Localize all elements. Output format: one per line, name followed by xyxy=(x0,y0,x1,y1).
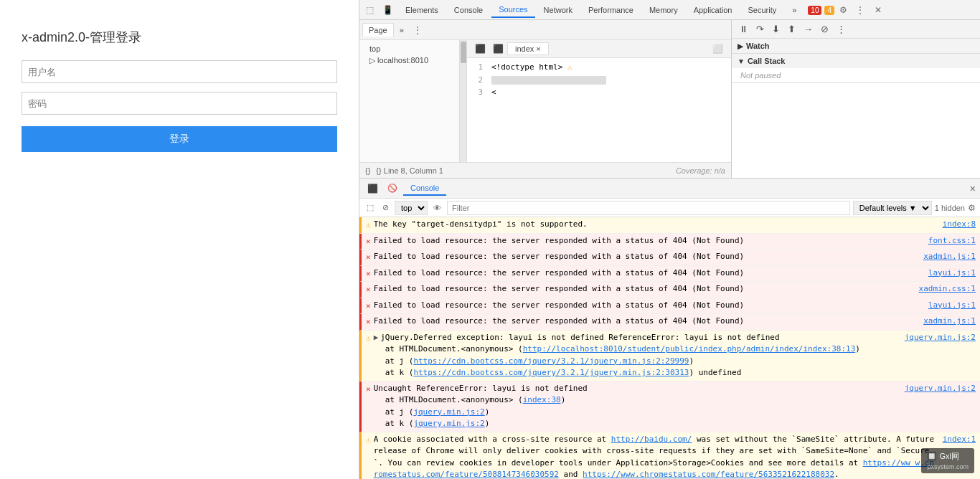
page-tab[interactable]: Page xyxy=(362,23,394,37)
console-gear-icon[interactable]: ⚙ xyxy=(968,203,976,213)
step-out-btn[interactable]: ⬆ xyxy=(785,22,798,36)
console-msg-1: ✕ Failed to load resource: the server re… xyxy=(359,234,980,250)
username-input[interactable] xyxy=(22,60,337,83)
console-expand-icon[interactable]: ⬛ xyxy=(364,182,382,195)
console-clear-btn[interactable]: 🚫 xyxy=(385,182,400,194)
msg-source-6[interactable]: xadmin.js:1 xyxy=(923,316,976,328)
link-7c[interactable]: https://cdn.bootcss.com/jquery/3.2.1/jqu… xyxy=(413,368,689,377)
tab-elements[interactable]: Elements xyxy=(398,3,446,17)
watch-arrow: ▶ xyxy=(738,42,743,50)
console-sidebar-icon[interactable]: ⬚ xyxy=(364,201,377,214)
pause-btn[interactable]: ⏸ xyxy=(736,22,751,36)
msg-source-8[interactable]: jquery.min.js:2 xyxy=(905,383,976,395)
error-count: 10 xyxy=(808,6,821,15)
code-forward-icon[interactable]: ⬛ xyxy=(489,42,507,55)
code-file-tab[interactable]: index × xyxy=(507,42,549,55)
link-8c[interactable]: jquery.min.js:2 xyxy=(413,419,484,428)
msg-source-9[interactable]: index:1 xyxy=(943,434,976,446)
sources-panel: Page » ⋮ top ▷ localhost:8010 ⬛ xyxy=(359,20,732,178)
devtools-more-icon[interactable]: ⋮ xyxy=(852,4,868,16)
console-msg-6: ✕ Failed to load resource: the server re… xyxy=(359,314,980,331)
tab-performance[interactable]: Performance xyxy=(581,3,641,17)
step-btn[interactable]: → xyxy=(801,22,816,36)
console-filter-input[interactable] xyxy=(447,201,850,215)
console-msg-3: ✕ Failed to load resource: the server re… xyxy=(359,266,980,283)
sources-subtabs: Page » ⋮ xyxy=(359,20,731,40)
msg-source-7[interactable]: jquery.min.js:2 xyxy=(905,332,976,344)
device-icon[interactable]: 📱 xyxy=(379,4,397,16)
tab-console-sub[interactable]: Console xyxy=(403,181,446,196)
tab-console[interactable]: Console xyxy=(447,3,490,17)
msg-source-1[interactable]: font.css:1 xyxy=(928,235,976,247)
code-back-icon[interactable]: ⬛ xyxy=(471,42,489,55)
error-icon-8: ✕ xyxy=(366,384,371,396)
baidu-link[interactable]: http://baidu.com/ xyxy=(611,435,692,444)
msg-source-5[interactable]: layui.js:1 xyxy=(928,300,976,312)
inspect-icon[interactable]: ⬚ xyxy=(362,4,377,16)
sources-more-tab[interactable]: » xyxy=(394,24,410,37)
error-count-badge: 10 xyxy=(808,6,821,14)
sources-options-icon[interactable]: ⋮ xyxy=(410,24,425,37)
console-context-select[interactable]: top xyxy=(395,201,428,215)
line-numbers: 1 2 3 xyxy=(467,61,487,99)
code-line-1: <!doctype html> ⚠ xyxy=(491,61,731,74)
console-msg-8: ✕ Uncaught ReferenceError: layui is not … xyxy=(359,381,980,432)
msg-source-3[interactable]: layui.js:1 xyxy=(928,267,976,280)
warning-icon-9: ⚠ xyxy=(366,435,371,447)
msg-source-2[interactable]: xadmin.js:1 xyxy=(923,251,976,263)
link-8a[interactable]: index:38 xyxy=(523,395,561,404)
msg-text-0: The key "target-densitydpi" is not suppo… xyxy=(374,219,937,231)
code-panel: ⬛ ⬛ index × ⬜ 1 2 3 <!doctype html> ⚠ xyxy=(467,40,731,162)
error-icon-6: ✕ xyxy=(366,316,371,328)
password-input[interactable] xyxy=(22,92,337,115)
code-expand-icon[interactable]: ⬜ xyxy=(709,42,727,55)
settings-icon[interactable]: ⚙ xyxy=(836,4,851,16)
tab-network[interactable]: Network xyxy=(537,3,580,17)
console-msg-7: ⚠ ▶ jQuery.Deferred exception: layui is … xyxy=(359,331,980,381)
tab-more[interactable]: » xyxy=(785,3,804,17)
msg-extra-7c: at k (https://cdn.bootcss.com/jquery/3.2… xyxy=(374,367,976,379)
error-icon-4: ✕ xyxy=(366,284,371,296)
expand-arrow-7[interactable]: ▶ xyxy=(374,332,379,344)
tab-security[interactable]: Security xyxy=(740,3,783,17)
msg-content-9: A cookie associated with a cross-site re… xyxy=(374,434,976,480)
file-tree-top[interactable]: top xyxy=(359,43,459,54)
more-debug-btn[interactable]: ⋮ xyxy=(834,22,849,36)
deactivate-btn[interactable]: ⊘ xyxy=(818,22,831,36)
msg-text-4: Failed to load resource: the server resp… xyxy=(374,283,913,295)
step-into-btn[interactable]: ⬇ xyxy=(769,22,783,36)
error-icon-5: ✕ xyxy=(366,300,371,313)
callstack-header[interactable]: ▼ Call Stack xyxy=(732,54,980,68)
watch-panel: ⏸ ↷ ⬇ ⬆ → ⊘ ⋮ ▶ Watch ▼ Call Stack xyxy=(732,20,980,178)
code-content: 1 2 3 <!doctype html> ⚠ < xyxy=(467,58,731,102)
error-icon-1: ✕ xyxy=(366,236,371,248)
msg-source-4[interactable]: xadmin.css:1 xyxy=(919,283,976,295)
tab-memory[interactable]: Memory xyxy=(642,3,685,17)
tab-sources[interactable]: Sources xyxy=(491,2,534,18)
coverage-text: Coverage: n/a xyxy=(676,166,725,175)
code-lines: <!doctype html> ⚠ < xyxy=(487,61,731,99)
console-eye-icon[interactable]: 👁 xyxy=(430,202,444,214)
file-tree-scrollbar[interactable] xyxy=(460,40,467,162)
file-tree-localhost[interactable]: ▷ localhost:8010 xyxy=(359,54,459,67)
callstack-section: ▼ Call Stack Not paused xyxy=(732,54,980,83)
login-button[interactable]: 登录 xyxy=(22,126,337,152)
console-block-icon[interactable]: ⊘ xyxy=(380,201,392,214)
format-icon[interactable]: {} xyxy=(365,166,370,175)
console-messages: ⚠ The key "target-densitydpi" is not sup… xyxy=(359,217,980,479)
link-7a[interactable]: http://localhost:8010/student/public/ind… xyxy=(523,344,856,354)
msg-source-0[interactable]: index:8 xyxy=(943,219,976,231)
watermark: 🔲 Gxl网 pxsystem.com xyxy=(921,448,974,473)
watch-header[interactable]: ▶ Watch xyxy=(732,39,980,53)
devtools-main-area: Page » ⋮ top ▷ localhost:8010 ⬛ xyxy=(359,20,980,178)
callstack-label: Call Stack xyxy=(748,57,786,65)
step-over-btn[interactable]: ↷ xyxy=(753,22,767,36)
chromestatus-link-2[interactable]: https://www.chromestatus.com/feature/563… xyxy=(583,470,834,479)
tab-application[interactable]: Application xyxy=(687,3,740,17)
console-close-btn[interactable]: × xyxy=(970,183,976,194)
link-8b[interactable]: jquery.min.js:2 xyxy=(413,407,484,417)
watermark-text: Gxl网 xyxy=(940,452,960,460)
devtools-close-icon[interactable]: ✕ xyxy=(871,4,885,16)
console-level-select[interactable]: Default levels ▼ xyxy=(853,201,932,215)
link-7b[interactable]: https://cdn.bootcss.com/jquery/3.2.1/jqu… xyxy=(413,356,689,366)
